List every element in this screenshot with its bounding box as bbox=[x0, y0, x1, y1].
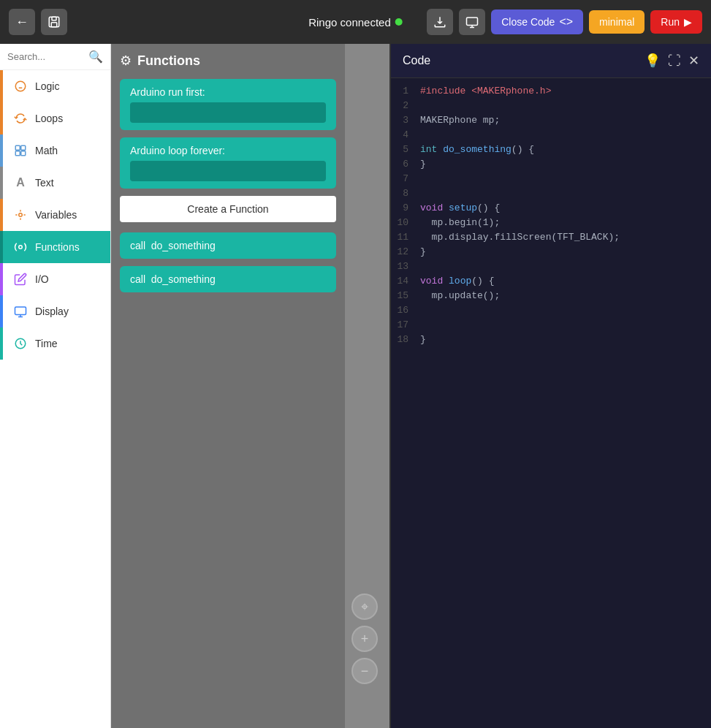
svg-rect-1 bbox=[52, 17, 56, 20]
download-button[interactable] bbox=[427, 9, 453, 35]
sidebar-item-text[interactable]: A Text bbox=[0, 167, 110, 199]
center-canvas-button[interactable]: ⌖ bbox=[351, 594, 378, 620]
svg-rect-2 bbox=[51, 23, 57, 27]
connection-text: Ringo connected bbox=[308, 16, 391, 29]
sidebar-item-label: I/O bbox=[35, 273, 49, 285]
code-title: Code bbox=[403, 54, 430, 67]
header-right: Close Code <> minimal Run ▶ bbox=[427, 9, 702, 35]
code-line: 8 bbox=[391, 188, 711, 202]
code-line: 6 } bbox=[391, 159, 711, 173]
code-line: 14 void loop() { bbox=[391, 276, 711, 290]
close-code-button[interactable]: Close Code <> bbox=[491, 10, 583, 34]
arduino-run-block[interactable]: Arduino run first: bbox=[120, 79, 336, 130]
blocks-title: Functions bbox=[137, 53, 200, 69]
sidebar-item-label: Functions bbox=[35, 241, 80, 253]
sidebar: 🔍 Logic Loops Math A Text bbox=[0, 44, 111, 728]
run-button[interactable]: Run ▶ bbox=[650, 10, 702, 34]
status-dot bbox=[395, 18, 403, 26]
call-block-label-1: call do_something bbox=[130, 240, 216, 251]
svg-rect-9 bbox=[21, 151, 26, 156]
zoom-in-button[interactable]: + bbox=[351, 626, 378, 652]
expand-icon[interactable]: ⛶ bbox=[668, 53, 681, 69]
call-block-label-2: call do_something bbox=[130, 273, 216, 285]
minimal-button[interactable]: minimal bbox=[589, 10, 645, 34]
arduino-run-label: Arduino run first: bbox=[130, 86, 205, 98]
blocks-panel: ⚙ Functions Arduino run first: Arduino l… bbox=[111, 44, 345, 728]
main-layout: 🔍 Logic Loops Math A Text bbox=[0, 44, 711, 728]
code-line: 17 bbox=[391, 319, 711, 334]
canvas-area[interactable]: to do_something return ⌖ + − bbox=[345, 44, 389, 728]
header-center: Ringo connected bbox=[308, 16, 403, 29]
sidebar-item-label: Text bbox=[35, 177, 54, 189]
svg-point-6 bbox=[15, 81, 26, 91]
create-fn-label: Create a Function bbox=[187, 203, 268, 215]
sidebar-item-label: Time bbox=[35, 338, 58, 349]
blocks-header: ⚙ Functions bbox=[120, 53, 336, 69]
close-code-icon: <> bbox=[559, 15, 573, 29]
code-line: 11 mp.display.fillScreen(TFT_BLACK); bbox=[391, 232, 711, 246]
sidebar-item-io[interactable]: I/O bbox=[0, 263, 110, 295]
code-header: Code 💡 ⛶ ✕ bbox=[391, 44, 711, 78]
code-header-icons: 💡 ⛶ ✕ bbox=[645, 53, 699, 69]
call-block-2[interactable]: call do_something bbox=[120, 266, 336, 292]
sidebar-item-label: Display bbox=[35, 306, 69, 317]
back-button[interactable]: ← bbox=[9, 9, 35, 35]
code-line: 9 void setup() { bbox=[391, 202, 711, 217]
svg-rect-3 bbox=[467, 18, 478, 26]
code-line: 10 mp.begin(1); bbox=[391, 217, 711, 232]
minimal-label: minimal bbox=[599, 16, 634, 28]
lightbulb-icon[interactable]: 💡 bbox=[645, 53, 661, 69]
arduino-loop-inner bbox=[130, 161, 326, 181]
logic-icon bbox=[13, 79, 28, 94]
sidebar-item-label: Loops bbox=[35, 113, 63, 124]
code-line: 1 #include <MAKERphone.h> bbox=[391, 86, 711, 100]
functions-icon bbox=[13, 240, 28, 254]
search-input[interactable] bbox=[7, 51, 84, 62]
svg-point-11 bbox=[19, 213, 23, 217]
sidebar-item-loops[interactable]: Loops bbox=[0, 102, 110, 134]
svg-rect-8 bbox=[21, 145, 26, 150]
gear-icon: ⚙ bbox=[120, 53, 132, 69]
sidebar-item-label: Logic bbox=[35, 80, 59, 92]
sidebar-item-label: Variables bbox=[35, 209, 77, 221]
sidebar-item-functions[interactable]: Functions bbox=[0, 231, 110, 263]
code-line: 3 MAKERphone mp; bbox=[391, 115, 711, 129]
create-function-button[interactable]: Create a Function bbox=[120, 196, 336, 222]
sidebar-item-display[interactable]: Display bbox=[0, 295, 110, 327]
sidebar-item-variables[interactable]: Variables bbox=[0, 199, 110, 231]
display-icon bbox=[13, 304, 28, 319]
header-left: ← bbox=[9, 9, 67, 35]
connection-status: Ringo connected bbox=[308, 16, 403, 29]
code-line: 15 mp.update(); bbox=[391, 290, 711, 305]
zoom-out-button[interactable]: − bbox=[351, 658, 378, 684]
sidebar-item-logic[interactable]: Logic bbox=[0, 70, 110, 102]
loops-icon bbox=[13, 111, 28, 126]
arduino-loop-label: Arduino loop forever: bbox=[130, 145, 225, 156]
code-line: 4 bbox=[391, 129, 711, 144]
arduino-loop-block[interactable]: Arduino loop forever: bbox=[120, 137, 336, 189]
math-icon bbox=[13, 143, 28, 158]
search-box: 🔍 bbox=[0, 44, 110, 70]
call-block-1[interactable]: call do_something bbox=[120, 232, 336, 259]
code-line: 2 bbox=[391, 100, 711, 115]
code-line: 13 bbox=[391, 261, 711, 276]
text-icon: A bbox=[13, 175, 28, 190]
sidebar-item-math[interactable]: Math bbox=[0, 134, 110, 167]
save-button[interactable] bbox=[41, 9, 67, 35]
close-code-x-icon[interactable]: ✕ bbox=[688, 53, 699, 69]
run-label: Run bbox=[661, 16, 680, 28]
svg-point-12 bbox=[19, 246, 23, 249]
code-line: 18 } bbox=[391, 334, 711, 349]
code-line: 5 int do_something() { bbox=[391, 144, 711, 159]
svg-rect-10 bbox=[15, 151, 20, 156]
sidebar-item-label: Math bbox=[35, 145, 58, 156]
code-line: 12 } bbox=[391, 246, 711, 261]
svg-rect-13 bbox=[15, 307, 26, 315]
arduino-run-inner bbox=[130, 102, 326, 123]
canvas-controls: ⌖ + − bbox=[351, 594, 378, 684]
sidebar-item-time[interactable]: Time bbox=[0, 327, 110, 360]
variables-icon bbox=[13, 208, 28, 222]
monitor-button[interactable] bbox=[459, 9, 485, 35]
zoom-in-icon: + bbox=[361, 632, 369, 647]
code-editor[interactable]: 1 #include <MAKERphone.h> 2 3 MAKERphone… bbox=[391, 78, 711, 728]
